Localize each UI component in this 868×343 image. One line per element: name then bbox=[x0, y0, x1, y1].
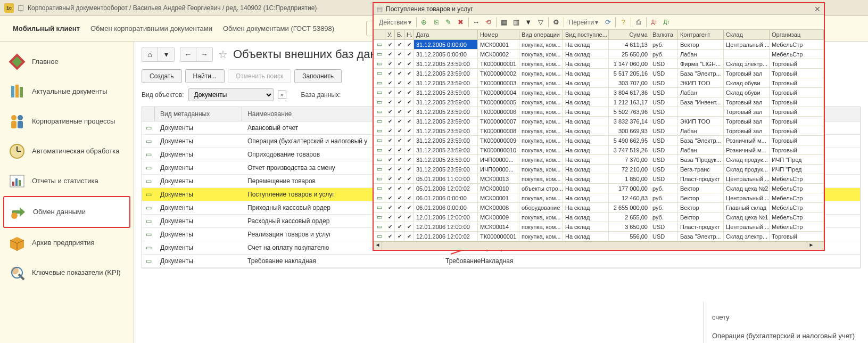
table-row[interactable]: ▭✔✔✔12.01.2006 12:00:00МСК00014покупка, … bbox=[374, 222, 824, 232]
col-u[interactable]: У. bbox=[385, 30, 395, 39]
sidebar-item-reports[interactable]: Отчеты и статистика bbox=[3, 166, 130, 196]
table-row[interactable]: ▭✔✔✔06.01.2006 0:00:00МСК00001покупка, к… bbox=[374, 193, 824, 203]
sidebar-item-docs[interactable]: Актуальные документы bbox=[3, 77, 130, 107]
table-row[interactable]: ▭✔✔✔12.01.2006 12:00:02ТК000000001покупк… bbox=[374, 232, 824, 241]
scroll-left-icon[interactable]: ◄ bbox=[374, 242, 382, 250]
table-row[interactable]: ▭✔✔✔31.12.2005 23:59:00ТК000000001покупк… bbox=[374, 59, 824, 69]
cell-cur: руб. bbox=[650, 40, 678, 49]
fill-button[interactable]: Заполнить bbox=[294, 69, 342, 83]
table-row[interactable]: ▭✔✔✔05.01.2006 12:00:02МСК00010объекты с… bbox=[374, 184, 824, 193]
col-num[interactable]: Номер bbox=[478, 30, 519, 39]
table-row[interactable]: ▭✔✔✔31.12.2005 0:00:00МСК00001покупка, к… bbox=[374, 40, 824, 50]
table-row[interactable]: ▭✔✔✔31.12.2005 23:59:00ТК000000009покупк… bbox=[374, 136, 824, 145]
table-row[interactable]: ▭✔✔✔31.12.2005 23:59:00ТК000000003покупк… bbox=[374, 78, 824, 88]
tool-icon[interactable]: ⚙ bbox=[551, 18, 561, 27]
col-date[interactable]: Дата bbox=[414, 30, 478, 39]
sidebar-item-processes[interactable]: Корпоративные процессы bbox=[3, 107, 130, 136]
cell-org: Торговый bbox=[770, 97, 824, 107]
cell-date: 06.01.2006 0:00:00 bbox=[414, 203, 478, 212]
table-row[interactable]: ▭✔✔✔31.12.2005 23:59:00ТК000000007покупк… bbox=[374, 117, 824, 126]
popup-table-body: ▭✔✔✔31.12.2005 0:00:00МСК00001покупка, к… bbox=[374, 40, 824, 241]
filter2-icon[interactable]: ▥ bbox=[511, 18, 521, 27]
goto-dropdown[interactable]: Перейти▾ bbox=[567, 19, 601, 26]
find-button[interactable]: Найти... bbox=[185, 69, 225, 83]
sidebar-item-archive[interactable]: Архив предприятия bbox=[3, 228, 130, 258]
table-row[interactable]: ▭ДокументыТребование накладнаяТребование… bbox=[142, 255, 860, 268]
rp-item[interactable]: Операция (бухгалтерский и налоговый учет… bbox=[712, 326, 859, 343]
table-row[interactable]: ▭✔✔✔12.01.2006 12:00:00МСК00009покупка, … bbox=[374, 213, 824, 222]
table-row[interactable]: ▭✔✔✔31.12.2005 23:59:00ТК000000002покупк… bbox=[374, 69, 824, 78]
doc-icon: ▭ bbox=[377, 137, 382, 144]
cell-sum: 556,00 bbox=[609, 232, 650, 241]
col-kind[interactable]: Вид метаданных bbox=[155, 107, 242, 121]
col-org[interactable]: Организац bbox=[770, 30, 824, 39]
popup-scrollbar[interactable]: ◄ ► bbox=[374, 241, 824, 250]
add-icon[interactable]: ⊕ bbox=[419, 18, 429, 27]
table-row[interactable]: ▭✔✔✔31.12.2005 23:59:00ТК000000006покупк… bbox=[374, 107, 824, 117]
star-icon[interactable]: ☆ bbox=[218, 48, 228, 61]
window-dropdown-icon[interactable] bbox=[18, 5, 23, 11]
scroll-right-icon[interactable]: ► bbox=[807, 242, 815, 248]
filter4-icon[interactable]: ▽ bbox=[536, 18, 545, 27]
check-icon: ✔ bbox=[407, 205, 411, 210]
col-agent[interactable]: Контрагент bbox=[678, 30, 724, 39]
col-n[interactable]: Н. bbox=[404, 30, 414, 39]
cell-org: МебельСтр bbox=[770, 174, 824, 183]
edit-icon[interactable]: ✎ bbox=[444, 18, 453, 27]
sidebar-item-kpi[interactable]: Ключевые показатели (KPI) bbox=[3, 258, 130, 288]
table-row[interactable]: ▭✔✔✔31.12.2005 0:00:00МСК00002покупка, к… bbox=[374, 50, 824, 59]
check-icon: ✔ bbox=[388, 195, 392, 201]
delete-icon[interactable]: ✖ bbox=[456, 18, 466, 27]
sidebar-item-main[interactable]: Главное bbox=[3, 47, 130, 77]
col-post[interactable]: Вид поступле... bbox=[563, 30, 609, 39]
check-icon: ✔ bbox=[388, 80, 392, 86]
table-row[interactable]: ▭✔✔✔05.01.2006 11:00:00МСК00013покупка, … bbox=[374, 174, 824, 184]
popup-titlebar[interactable]: ▤ Поступления товаров и услуг ✕ bbox=[374, 3, 824, 15]
cell-skl: Торговый зал bbox=[724, 126, 770, 135]
rp-item[interactable]: счету bbox=[712, 308, 859, 326]
refresh-icon[interactable]: ↔ bbox=[472, 18, 481, 27]
col-b[interactable]: Б. bbox=[395, 30, 404, 39]
cell-post: На склад bbox=[563, 213, 609, 222]
reload-icon[interactable]: ⟳ bbox=[603, 18, 613, 27]
col-skl[interactable]: Склад bbox=[724, 30, 770, 39]
cell-op: покупка, ком... bbox=[519, 145, 563, 154]
table-row[interactable]: ▭✔✔✔31.12.2005 23:59:00ТК000000005покупк… bbox=[374, 97, 824, 107]
print-icon[interactable]: ⎙ bbox=[634, 18, 643, 27]
chevron-down-icon[interactable]: ▾ bbox=[158, 47, 174, 61]
table-row[interactable]: ▭✔✔✔31.12.2005 23:59:00ТК000000008покупк… bbox=[374, 126, 824, 136]
cell-post: На склад bbox=[563, 88, 609, 97]
home-button[interactable]: ⌂ bbox=[142, 47, 158, 61]
col-op[interactable]: Вид операции bbox=[519, 30, 563, 39]
actions-dropdown[interactable]: Действия▾ bbox=[377, 19, 414, 26]
table-row[interactable]: ▭✔✔✔31.12.2005 23:59:00ТК000000004покупк… bbox=[374, 88, 824, 97]
table-row[interactable]: ▭✔✔✔31.12.2005 23:59:00ИЧП00000...покупк… bbox=[374, 155, 824, 165]
table-row[interactable]: ▭✔✔✔31.12.2005 23:59:00ТК000000010покупк… bbox=[374, 145, 824, 155]
cell-num: ТК000000002 bbox=[478, 69, 519, 78]
app-logo-icon: 1c bbox=[4, 3, 14, 13]
table-row[interactable]: ▭✔✔✔31.12.2005 23:59:00ИЧП00000...покупк… bbox=[374, 165, 824, 174]
table-row[interactable]: ▭✔✔✔06.01.2006 0:00:00МСК00008оборудован… bbox=[374, 203, 824, 213]
check-icon: ✔ bbox=[388, 176, 392, 182]
close-icon[interactable]: ✕ bbox=[814, 5, 821, 13]
clear-filter-button[interactable]: × bbox=[278, 91, 286, 99]
help-icon[interactable]: ? bbox=[618, 18, 628, 27]
filter-kind-select[interactable]: Документы bbox=[188, 88, 274, 101]
cell-post: На склад bbox=[563, 117, 609, 126]
sidebar-item-auto[interactable]: Автоматическая обработка bbox=[3, 136, 130, 166]
menu-link-gost-exchange[interactable]: Обмен документами (ГОСТ 53898) bbox=[223, 24, 334, 32]
menu-link-corp-exchange[interactable]: Обмен корпоративными документами bbox=[90, 24, 212, 32]
create-button[interactable]: Создать bbox=[142, 69, 182, 83]
col-sum[interactable]: Сумма bbox=[609, 30, 650, 39]
cell-post: На склад bbox=[563, 50, 609, 59]
col-cur[interactable]: Валюта bbox=[650, 30, 678, 39]
kt-icon[interactable]: Дт bbox=[662, 18, 671, 27]
filter1-icon[interactable]: ▦ bbox=[499, 18, 509, 27]
filter3-icon[interactable]: ▼ bbox=[524, 18, 533, 27]
forward-button[interactable]: → bbox=[196, 47, 212, 61]
copy-icon[interactable]: ⎘ bbox=[432, 18, 441, 27]
dt-icon[interactable]: Дт bbox=[649, 18, 659, 27]
back-button[interactable]: ← bbox=[180, 47, 196, 61]
sidebar-item-exchange[interactable]: Обмен данными bbox=[3, 196, 130, 228]
refresh2-icon[interactable]: ⟲ bbox=[484, 18, 493, 27]
